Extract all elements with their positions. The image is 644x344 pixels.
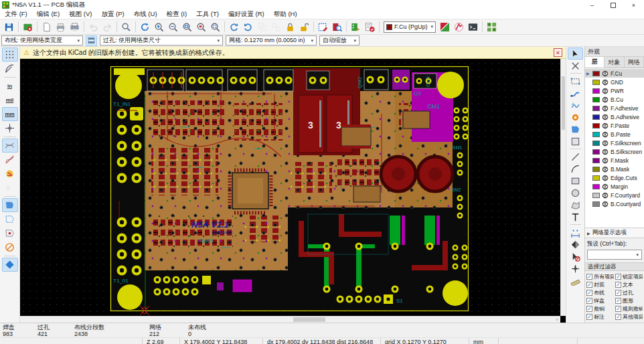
footprint-editor-button[interactable]	[349, 20, 363, 34]
draw-arc-button[interactable]	[568, 163, 583, 175]
layer-color-swatch[interactable]	[592, 184, 600, 189]
canvas-vertical-scrollbar[interactable]	[560, 59, 566, 316]
zoom-fit-button[interactable]	[180, 20, 194, 34]
add-rule-area-button[interactable]	[568, 135, 583, 147]
layer-row-Edge.Cuts[interactable]: Edge.Cuts	[585, 173, 644, 182]
layer-color-swatch[interactable]	[592, 201, 600, 207]
checkbox[interactable]: ✓	[586, 314, 592, 320]
visibility-eye-icon[interactable]	[602, 140, 609, 147]
layer-row-B.Silkscreen[interactable]: B.Silkscreen	[585, 147, 644, 156]
visibility-eye-icon[interactable]	[602, 96, 609, 103]
visibility-eye-icon[interactable]	[602, 79, 609, 86]
layer-row-B.Paste[interactable]: B.Paste	[585, 130, 644, 139]
layer-row-F.Adhesive[interactable]: F.Adhesive	[585, 104, 644, 112]
measure-button[interactable]	[568, 274, 583, 286]
cursor-shape-button[interactable]	[2, 121, 18, 135]
visibility-eye-icon[interactable]	[602, 175, 609, 181]
menu-编[interactable]: 编辑 (E)	[32, 10, 64, 19]
grid-settings-button[interactable]	[485, 20, 499, 34]
leader-button[interactable]	[568, 238, 583, 250]
plot-button[interactable]	[68, 20, 82, 34]
active-layer-select[interactable]: F.Cu (PgUp) ▾	[384, 21, 436, 33]
layer-color-swatch[interactable]	[592, 106, 600, 111]
layer-row-F.Courtyard[interactable]: F.Courtyard	[585, 191, 644, 199]
board-setup-button[interactable]	[21, 20, 35, 34]
layer-color-swatch[interactable]	[592, 158, 600, 163]
polar-coords-button[interactable]	[2, 62, 18, 76]
select-tool-button[interactable]	[568, 48, 583, 60]
draw-circle-button[interactable]	[568, 187, 583, 199]
visibility-eye-icon[interactable]	[602, 192, 609, 199]
search-button[interactable]	[119, 20, 133, 34]
lock-button[interactable]	[283, 20, 297, 34]
checkbox[interactable]: ✓	[586, 298, 592, 304]
units-inch-button[interactable]: in	[2, 79, 18, 93]
zones-outline-button[interactable]	[2, 212, 18, 226]
minimize-button[interactable]: –	[582, 0, 602, 10]
zoom-objects-button[interactable]	[194, 20, 208, 34]
layer-row-B.Adhesive[interactable]: B.Adhesive	[585, 112, 644, 121]
layer-color-swatch[interactable]	[592, 114, 600, 120]
layer-row-F.Silkscreen[interactable]: F.Silkscreen	[585, 139, 644, 147]
layer-row-F.Paste[interactable]: F.Paste	[585, 121, 644, 130]
edit-sizes-button[interactable]	[86, 35, 97, 46]
grid-visibility-button[interactable]	[2, 48, 18, 62]
layer-row-B.Courtyard[interactable]: B.Courtyard	[585, 199, 644, 208]
grid-select[interactable]: 网格: 0.1270 mm (0.0050 in)▾	[226, 35, 317, 46]
zoom-selection-button[interactable]	[208, 20, 222, 34]
close-button[interactable]: ×	[623, 0, 644, 10]
checkbox[interactable]: ✓	[615, 282, 621, 288]
visibility-eye-icon[interactable]	[602, 183, 609, 190]
filter-其他项目[interactable]: ✓其他项目	[615, 313, 643, 321]
layer-row-F.Cu[interactable]: ▶F.Cu	[585, 69, 644, 78]
filter-封装[interactable]: ✓封装	[586, 281, 614, 288]
delete-tool-button[interactable]	[568, 250, 583, 262]
layer-pair-button[interactable]	[438, 20, 452, 34]
visibility-eye-icon[interactable]	[602, 149, 609, 155]
units-mil-button[interactable]: mil	[2, 93, 18, 107]
warning-close-icon[interactable]: ×	[554, 48, 562, 57]
scripting-console-button[interactable]	[466, 20, 480, 34]
filter-图形[interactable]: ✓图形	[615, 297, 643, 305]
filter-焊盘[interactable]: ✓焊盘	[586, 297, 614, 305]
drc-button[interactable]	[316, 20, 330, 34]
visibility-eye-icon[interactable]	[602, 166, 609, 173]
draw-line-button[interactable]	[568, 151, 583, 163]
layer-color-swatch[interactable]	[592, 71, 600, 76]
pcb-canvas[interactable]: ⚠ 这个文件由 KiCad 的旧版本所创建。它将被转换成新的格式保存。 ×	[20, 47, 566, 323]
layer-color-swatch[interactable]	[592, 88, 600, 94]
page-settings-button[interactable]	[39, 20, 54, 34]
menu-布[interactable]: 布线 (U)	[129, 10, 162, 19]
layer-row-F.Mask[interactable]: F.Mask	[585, 156, 644, 165]
scroll-right-icon[interactable]: ›	[554, 317, 560, 323]
visibility-eye-icon[interactable]	[602, 70, 609, 77]
visibility-eye-icon[interactable]	[602, 122, 609, 129]
menu-偏[interactable]: 偏好设置 (R)	[224, 10, 269, 19]
filter-文本[interactable]: ✓文本	[615, 281, 643, 288]
unlock-button[interactable]	[297, 20, 311, 34]
net-display-options[interactable]: ▶ 网络显示选项	[585, 228, 644, 238]
tab-layers[interactable]: 层	[585, 57, 605, 68]
add-zone-button[interactable]	[568, 123, 583, 135]
checkbox[interactable]: ✓	[615, 306, 621, 312]
layer-color-swatch[interactable]	[592, 80, 600, 85]
layer-color-swatch[interactable]	[592, 123, 600, 128]
checkbox[interactable]: ✓	[615, 314, 621, 320]
visibility-eye-icon[interactable]	[602, 157, 609, 164]
layer-color-swatch[interactable]	[592, 141, 600, 146]
draw-rect-button[interactable]	[568, 175, 583, 187]
visibility-eye-icon[interactable]	[602, 201, 609, 207]
filter-标注[interactable]: ✓标注	[586, 313, 614, 321]
draw-polygon-button[interactable]	[568, 199, 583, 211]
checkbox[interactable]: ✓	[586, 274, 592, 280]
dimension-button[interactable]	[568, 226, 583, 238]
layer-color-swatch[interactable]	[592, 149, 600, 155]
layer-row-PWR[interactable]: PWR	[585, 86, 644, 95]
menu-放[interactable]: 放置 (P)	[96, 10, 129, 19]
origin-point-button[interactable]	[568, 262, 583, 274]
menu-工[interactable]: 工具 (T)	[191, 10, 224, 19]
ratsnest-curved-button[interactable]	[2, 153, 18, 167]
layer-row-B.Cu[interactable]: B.Cu	[585, 95, 644, 104]
filter-锁定项目[interactable]: ✓锁定项目	[615, 273, 643, 280]
tab-nets[interactable]: 网络	[625, 57, 644, 68]
